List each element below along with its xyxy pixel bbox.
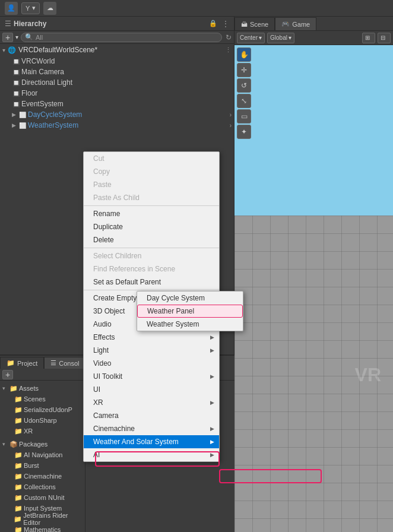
ctx-separator	[84, 290, 219, 290]
item-label: WeatherSystem	[28, 121, 78, 129]
submenu-day-cycle[interactable]: Day Cycle System	[137, 292, 243, 305]
ctx-effects[interactable]: Effects	[84, 331, 219, 344]
branch-dropdown[interactable]: Y ▾	[21, 2, 40, 14]
tree-scenes[interactable]: 📁 Scenes	[0, 394, 85, 404]
ctx-delete[interactable]: Delete	[84, 233, 219, 246]
grid-dropdown[interactable]: ⊞	[362, 33, 375, 43]
add-hierarchy-button[interactable]: +	[2, 33, 13, 42]
ctx-light[interactable]: Light	[84, 344, 219, 357]
hierarchy-item-daycyclesystem[interactable]: ▶ ⬜ DayCycleSystem ›	[0, 109, 234, 120]
ctx-label: Light	[93, 346, 109, 354]
hierarchy-item-floor[interactable]: 🔲 Floor	[0, 88, 234, 99]
ctx-duplicate[interactable]: Duplicate	[84, 220, 219, 233]
ctx-xr[interactable]: XR	[84, 396, 219, 409]
hierarchy-item-eventsystem[interactable]: 🔲 EventSystem	[0, 99, 234, 109]
tab-label: Scene	[250, 21, 268, 28]
right-arrow-icon: ›	[230, 112, 232, 118]
tree-packages-root[interactable]: ▾ 📦 Packages	[0, 439, 85, 449]
scene-row: ▾ 🌐 VRCDefaultWorldScene* ⋮	[0, 44, 234, 56]
hand-tool-button[interactable]: ✋	[237, 48, 251, 62]
ctx-cut[interactable]: Cut	[84, 152, 219, 165]
tree-cinemachine[interactable]: 📁 Cinemachine	[0, 471, 85, 482]
ctx-find-refs[interactable]: Find References in Scene	[84, 262, 219, 276]
ctx-ui[interactable]: UI	[84, 383, 219, 396]
scene-tab-icon: 🏔	[241, 21, 248, 28]
tree-jetbrains[interactable]: 📁 JetBrains Rider Editor	[0, 514, 85, 524]
layers-dropdown[interactable]: ⊟	[378, 33, 391, 43]
ctx-paste-as-child[interactable]: Paste As Child	[84, 191, 219, 204]
expand-arrow-icon: ▾	[2, 385, 8, 391]
folder-icon: 📁	[7, 359, 15, 367]
submenu-weather-system[interactable]: Weather System	[137, 318, 243, 331]
scene-expand-arrow[interactable]: ▾	[2, 47, 5, 53]
blue-cube-icon: ⬜	[18, 110, 27, 119]
ctx-label: Camera	[93, 411, 119, 420]
tree-ai-navigation[interactable]: 📁 AI Navigation	[0, 449, 85, 460]
move-tool-button[interactable]: ✛	[237, 63, 251, 77]
ctx-label: Paste As Child	[93, 194, 140, 202]
ctx-camera[interactable]: Camera	[84, 409, 219, 422]
ctx-label: UI	[93, 385, 100, 394]
tab-project[interactable]: 📁 Project	[0, 357, 44, 369]
hierarchy-search-field[interactable]: 🔍 All	[21, 33, 222, 42]
scale-tool-button[interactable]: ⤡	[237, 94, 251, 108]
ctx-set-default-parent[interactable]: Set as Default Parent	[84, 276, 219, 289]
tree-assets-root[interactable]: ▾ 📁 Assets	[0, 383, 85, 394]
tree-serializedudon[interactable]: 📁 SerializedUdonP	[0, 404, 85, 415]
tab-game[interactable]: 🎮 Game	[275, 17, 316, 30]
hierarchy-item-weathersystem[interactable]: ▶ ⬜ WeatherSystem ›	[0, 120, 234, 131]
add-asset-button[interactable]: +	[2, 370, 13, 379]
ctx-select-children[interactable]: Select Children	[84, 249, 219, 262]
transform-tool-button[interactable]: ✦	[237, 125, 251, 139]
rect-tool-button[interactable]: ▭	[237, 109, 251, 124]
chevron-down-icon: ▾	[32, 4, 36, 12]
scene-menu-icon[interactable]: ⋮	[225, 46, 232, 54]
menu-dots-icon[interactable]: ⋮	[222, 20, 229, 28]
hierarchy-item-maincamera[interactable]: 🔲 Main Camera	[0, 66, 234, 77]
ctx-separator	[84, 248, 219, 248]
ctx-weather-solar[interactable]: Weather And Solar System	[84, 435, 219, 448]
hierarchy-item-dirlight[interactable]: 🔲 Directional Light	[0, 77, 234, 88]
ctx-copy[interactable]: Copy	[84, 165, 219, 178]
folder-icon: 📁	[14, 494, 23, 502]
folder-icon: 📁	[14, 428, 23, 435]
submenu-weather-panel[interactable]: Weather Panel	[137, 305, 243, 318]
ctx-rename[interactable]: Rename	[84, 207, 219, 220]
ctx-label: Audio	[93, 320, 112, 328]
folder-icon: 📁	[14, 473, 23, 480]
hierarchy-toolbar: + ▾ 🔍 All ↻	[0, 31, 234, 44]
refresh-icon[interactable]: ↻	[226, 33, 232, 42]
account-icon[interactable]: 👤	[5, 2, 18, 15]
ctx-label: Rename	[93, 210, 120, 218]
expand-arrow[interactable]: ▶	[12, 112, 16, 118]
tree-item-label: JetBrains Rider Editor	[23, 512, 83, 526]
tab-console[interactable]: ☰ Consol	[44, 357, 85, 369]
vr-logo: VR	[355, 364, 381, 386]
item-label: DayCycleSystem	[28, 110, 82, 119]
folder-icon: 📁	[14, 451, 23, 459]
folder-icon: 📁	[14, 526, 23, 533]
ctx-ai[interactable]: AI	[84, 448, 219, 461]
folder-icon: 📦	[9, 441, 18, 448]
tree-udonsharp[interactable]: 📁 UdonSharp	[0, 415, 85, 426]
tree-collections[interactable]: 📁 Collections	[0, 482, 85, 492]
ctx-paste[interactable]: Paste	[84, 178, 219, 191]
tree-customnunit[interactable]: 📁 Custom NUnit	[0, 492, 85, 503]
folder-icon: 📁	[14, 462, 23, 470]
hierarchy-item-vrcworld[interactable]: 🔲 VRCWorld	[0, 56, 234, 66]
tree-xr[interactable]: 📁 XR	[0, 426, 85, 436]
cloud-icon[interactable]: ☁	[43, 2, 56, 15]
ctx-ui-toolkit[interactable]: UI Toolkit	[84, 370, 219, 383]
ctx-cinemachine[interactable]: Cinemachine	[84, 422, 219, 435]
ctx-video[interactable]: Video	[84, 357, 219, 370]
lock-icon[interactable]: 🔒	[209, 20, 217, 27]
center-dropdown[interactable]: Center ▾	[237, 33, 265, 43]
tree-burst[interactable]: 📁 Burst	[0, 460, 85, 471]
tab-scene[interactable]: 🏔 Scene	[234, 17, 275, 30]
rotate-tool-button[interactable]: ↺	[237, 78, 251, 93]
submenu-label: Day Cycle System	[147, 294, 205, 302]
expand-arrow[interactable]: ▶	[12, 122, 16, 128]
global-dropdown[interactable]: Global ▾	[267, 33, 294, 43]
tree-item-label: AI Navigation	[24, 451, 62, 458]
cube-icon: 🔲	[12, 68, 20, 76]
